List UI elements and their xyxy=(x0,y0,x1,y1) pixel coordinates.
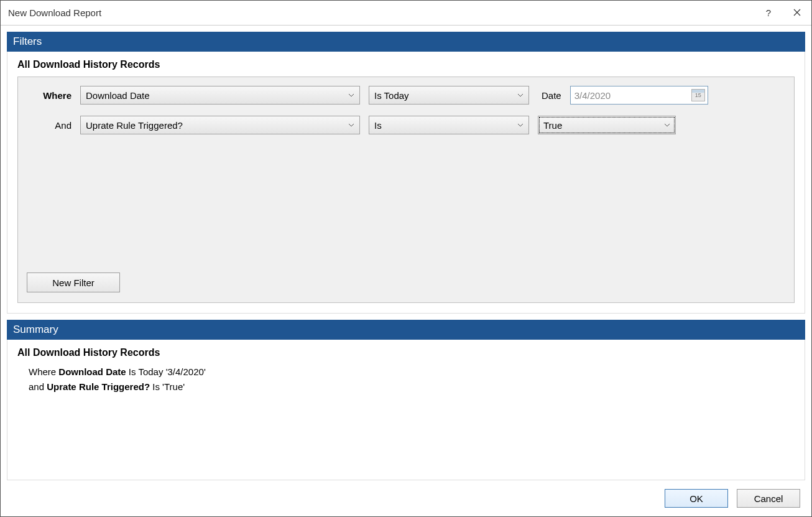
filter-panel-spacer xyxy=(27,146,785,272)
filter-row-label: And xyxy=(27,120,72,131)
dialog-window: New Download Report ? Filters All Downlo… xyxy=(0,0,812,517)
dialog-footer: OK Cancel xyxy=(1,480,811,516)
date-label: Date xyxy=(542,90,561,101)
titlebar: New Download Report ? xyxy=(1,1,811,26)
field-select[interactable]: Download Date xyxy=(80,86,360,105)
new-filter-button[interactable]: New Filter xyxy=(27,272,120,292)
help-icon: ? xyxy=(766,7,771,18)
filters-group-heading: All Download History Records xyxy=(17,59,795,70)
filters-section-body: All Download History Records Where Downl… xyxy=(7,52,805,314)
filter-row-label: Where xyxy=(27,90,72,101)
field-select[interactable]: Uprate Rule Triggered? xyxy=(80,116,360,134)
chevron-down-icon xyxy=(517,123,524,127)
filter-row: Where Download Date Is Today Date xyxy=(27,86,785,105)
chevron-down-icon xyxy=(517,93,524,97)
summary-section-body: All Download History Records Where Downl… xyxy=(7,340,805,480)
filter-row: And Uprate Rule Triggered? Is xyxy=(27,116,785,134)
chevron-down-icon xyxy=(348,93,354,97)
operator-select-value: Is Today xyxy=(374,90,409,101)
summary-text: Where Download Date Is Today '3/4/2020' … xyxy=(29,365,795,394)
operator-select[interactable]: Is Today xyxy=(369,86,529,105)
calendar-icon[interactable]: 15 xyxy=(691,89,705,101)
summary-line-1: Where Download Date Is Today '3/4/2020' xyxy=(29,365,795,380)
dialog-content: Filters All Download History Records Whe… xyxy=(1,26,811,480)
summary-line-2: and Uprate Rule Triggered? Is 'True' xyxy=(29,380,795,394)
field-select-value: Uprate Rule Triggered? xyxy=(86,120,183,131)
operator-select[interactable]: Is xyxy=(369,116,529,134)
chevron-down-icon xyxy=(664,123,670,127)
date-input[interactable]: 3/4/2020 15 xyxy=(570,86,708,105)
close-icon xyxy=(793,7,801,18)
help-button[interactable]: ? xyxy=(754,1,783,26)
summary-section-header: Summary xyxy=(7,320,805,340)
dialog-title: New Download Report xyxy=(8,7,754,18)
summary-heading: All Download History Records xyxy=(17,347,795,358)
cancel-button[interactable]: Cancel xyxy=(737,489,800,508)
date-input-value: 3/4/2020 xyxy=(574,90,611,101)
value-select[interactable]: True xyxy=(538,116,676,134)
filters-section-header: Filters xyxy=(7,32,805,52)
value-select-value: True xyxy=(543,120,562,131)
operator-select-value: Is xyxy=(374,120,382,131)
close-button[interactable] xyxy=(783,1,811,26)
ok-button[interactable]: OK xyxy=(665,489,728,508)
field-select-value: Download Date xyxy=(86,90,150,101)
chevron-down-icon xyxy=(348,123,354,127)
filter-panel: Where Download Date Is Today Date xyxy=(17,77,795,303)
